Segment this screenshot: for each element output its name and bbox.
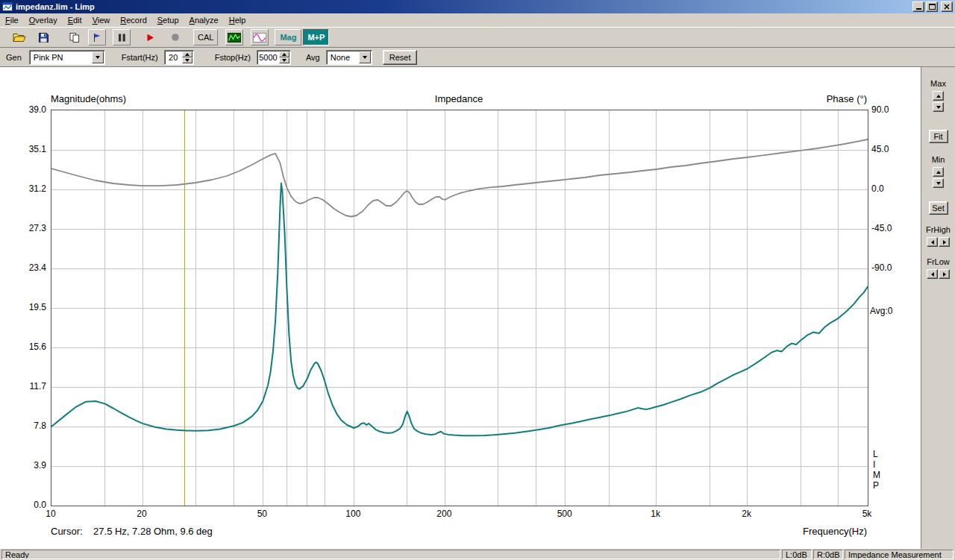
magnitude-curve [51, 183, 868, 435]
status-message: Ready [1, 550, 780, 559]
right-control-panel: Max Fit Min Set FrHigh FrLow [921, 67, 955, 549]
save-button[interactable] [34, 29, 52, 45]
menu-bar: File Overlay Edit View Record Setup Anal… [0, 13, 955, 28]
status-right-level: R:0dB [813, 550, 843, 559]
avg-label: Avg [306, 53, 320, 62]
close-button[interactable] [941, 1, 953, 12]
phase-tick-label: 0.0 [871, 183, 906, 194]
menu-record[interactable]: Record [115, 14, 151, 26]
toolbar: CAL Mag M+P [0, 28, 955, 48]
plot-area[interactable] [51, 110, 868, 506]
x-tick-label: 50 [245, 509, 278, 519]
fstop-stepper[interactable]: 5000 [257, 50, 291, 65]
max-down-button[interactable] [933, 102, 944, 112]
frlow-left-button[interactable] [927, 269, 938, 279]
chevron-down-icon [363, 56, 367, 59]
minimize-button[interactable] [912, 1, 924, 12]
record-circle-icon [171, 33, 180, 42]
start-recording-button[interactable] [141, 29, 159, 45]
spectrum-button[interactable] [225, 29, 243, 45]
maximize-button[interactable] [926, 1, 938, 12]
marker-flag-icon [93, 33, 101, 43]
status-left-level: L:0dB [782, 550, 812, 559]
magnitude-tick-label: 15.6 [9, 342, 46, 352]
maximize-icon [929, 4, 936, 10]
fstop-down-button[interactable] [279, 57, 289, 63]
fstart-stepper[interactable]: 20 [164, 50, 194, 65]
arrow-up-icon [185, 53, 190, 56]
frhigh-label: FrHigh [926, 225, 951, 234]
magnitude-tick-label: 31.2 [9, 183, 46, 194]
generator-button[interactable] [251, 29, 269, 45]
menu-view[interactable]: View [87, 14, 116, 26]
fstart-up-button[interactable] [182, 51, 192, 57]
generator-select[interactable]: Pink PN [29, 50, 105, 65]
pause-button[interactable] [113, 29, 131, 45]
marker-button[interactable] [88, 29, 106, 45]
save-floppy-icon [39, 33, 48, 43]
generator-dropdown-button[interactable] [92, 51, 104, 63]
mag-view-button[interactable]: Mag [275, 29, 301, 45]
min-up-button[interactable] [933, 167, 944, 177]
avg-select[interactable]: None [326, 50, 372, 65]
reset-button[interactable]: Reset [383, 50, 418, 65]
x-tick-label: 5k [851, 509, 883, 519]
magnitude-tick-label: 23.4 [9, 262, 46, 273]
frequency-axis-title: Frequency(Hz) [718, 526, 867, 537]
x-tick-label: 100 [336, 509, 369, 519]
fstart-label: Fstart(Hz) [122, 53, 158, 62]
x-tick-label: 1k [639, 509, 672, 519]
generator-bar: Gen Pink PN Fstart(Hz) 20 Fstop(Hz) 5000… [0, 48, 955, 67]
record-button[interactable] [166, 29, 184, 45]
minimize-icon [916, 8, 921, 10]
copy-icon [69, 33, 80, 43]
avg-dropdown-button[interactable] [359, 51, 371, 63]
set-button[interactable]: Set [929, 201, 948, 215]
arrow-up-icon [936, 95, 941, 98]
phase-tick-label: -45.0 [871, 223, 906, 233]
menu-analyze[interactable]: Analyze [184, 14, 224, 26]
menu-file[interactable]: File [0, 14, 24, 26]
fit-button[interactable]: Fit [929, 130, 948, 143]
menu-help[interactable]: Help [224, 14, 251, 26]
frhigh-left-button[interactable] [927, 237, 938, 247]
frlow-arrows [927, 269, 950, 279]
frhigh-right-button[interactable] [939, 237, 950, 247]
max-spinner [933, 91, 944, 112]
magnitude-tick-label: 39.0 [9, 104, 46, 115]
play-icon [146, 34, 154, 42]
impedance-plot [51, 110, 868, 506]
frlow-label: FrLow [927, 257, 950, 266]
arrow-right-icon [943, 272, 946, 277]
fstop-up-button[interactable] [279, 51, 289, 57]
fstart-down-button[interactable] [182, 57, 192, 63]
min-spinner [933, 167, 944, 188]
arrow-up-icon [936, 171, 941, 174]
signal-generator-icon [253, 33, 266, 43]
chevron-down-icon [96, 56, 100, 59]
x-tick-label: 2k [730, 509, 763, 519]
phase-tick-label: -90.0 [871, 262, 906, 273]
phase-tick-label: 90.0 [871, 104, 906, 115]
mag-phase-view-button[interactable]: M+P [303, 29, 329, 45]
menu-overlay[interactable]: Overlay [24, 14, 63, 26]
fstop-label: Fstop(Hz) [215, 53, 251, 62]
magnitude-tick-label: 27.3 [9, 223, 46, 233]
arrow-down-icon [936, 106, 941, 109]
cal-button[interactable]: CAL [193, 29, 218, 45]
open-button[interactable] [10, 29, 28, 45]
limp-watermark-letter: I [873, 459, 875, 470]
magnitude-tick-label: 3.9 [9, 460, 46, 471]
frlow-right-button[interactable] [939, 269, 950, 279]
max-up-button[interactable] [933, 91, 944, 101]
menu-setup[interactable]: Setup [152, 14, 184, 26]
menu-edit[interactable]: Edit [63, 14, 87, 26]
open-folder-icon [13, 32, 26, 43]
magnitude-tick-label: 35.1 [9, 144, 46, 154]
copy-button[interactable] [66, 29, 84, 45]
max-label: Max [930, 79, 946, 88]
app-icon[interactable] [2, 2, 13, 11]
fstop-value: 5000 [257, 51, 279, 64]
arrow-left-icon [931, 272, 934, 277]
min-down-button[interactable] [933, 178, 944, 188]
